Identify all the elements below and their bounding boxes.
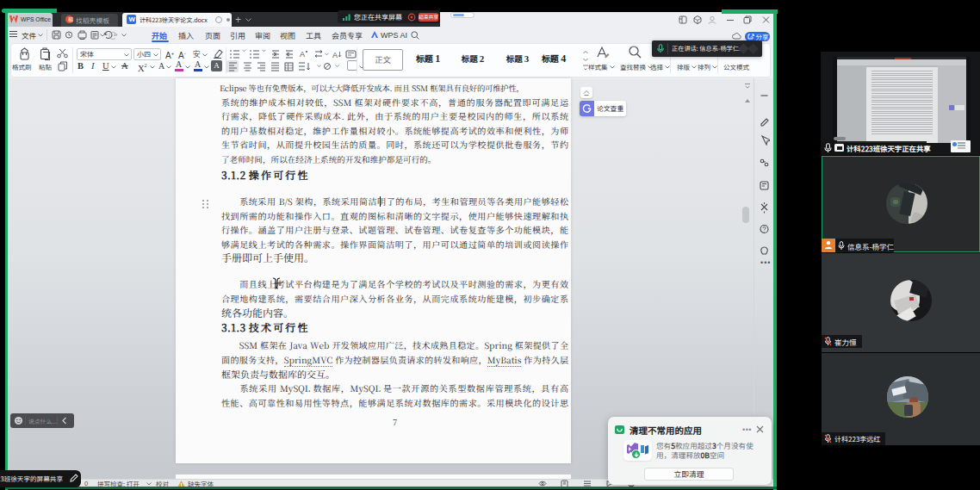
svg-text:A: A xyxy=(300,50,305,59)
svg-text:A: A xyxy=(332,51,338,59)
